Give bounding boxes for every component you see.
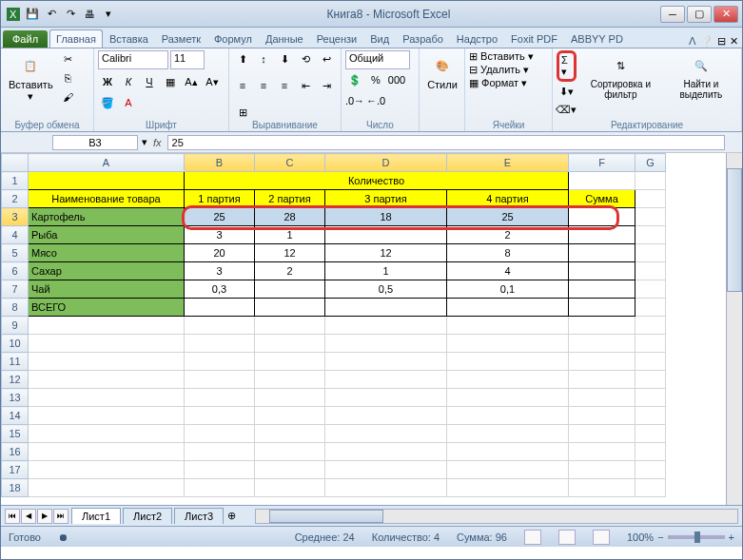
row-header-5[interactable]: 5 (2, 244, 29, 262)
col-header-G[interactable]: G (635, 154, 666, 172)
cell-C4[interactable]: 1 (255, 226, 325, 244)
cell-G8[interactable] (635, 299, 666, 317)
name-box[interactable]: B3 (52, 135, 138, 150)
cell-C16[interactable] (255, 443, 325, 461)
worksheet-grid[interactable]: ABCDEFG1Количество2Наименование товара1 … (1, 153, 742, 505)
cell-merged-header[interactable]: Количество (185, 172, 569, 190)
row-header-9[interactable]: 9 (2, 317, 29, 335)
zoom-in-icon[interactable]: + (729, 531, 734, 543)
cell-B14[interactable] (185, 407, 255, 425)
cell-E2[interactable]: 4 партия (447, 190, 569, 208)
cut-icon[interactable]: ✂ (59, 50, 78, 68)
tab-view[interactable]: Вид (363, 29, 396, 48)
row-header-1[interactable]: 1 (2, 172, 29, 190)
align-top-icon[interactable]: ⬆ (233, 50, 252, 68)
fill-button[interactable]: ⬇▾ (557, 83, 576, 100)
sheet-tab-1[interactable]: Лист1 (71, 508, 121, 524)
cell-G4[interactable] (635, 226, 666, 244)
cell-A6[interactable]: Сахар (29, 262, 185, 280)
find-select-button[interactable]: 🔍 Найти и выделить (665, 50, 737, 102)
cell-F18[interactable] (569, 479, 635, 497)
bold-button[interactable]: Ж (98, 73, 117, 90)
cell-C18[interactable] (255, 479, 325, 497)
cell-D9[interactable] (325, 317, 447, 335)
cell-D10[interactable] (325, 335, 447, 353)
cell-F4[interactable] (569, 226, 635, 244)
tab-data[interactable]: Данные (259, 29, 310, 48)
comma-icon[interactable]: 000 (387, 71, 406, 88)
cell-G6[interactable] (635, 262, 666, 280)
tab-developer[interactable]: Разрабо (396, 29, 450, 48)
view-normal-icon[interactable] (524, 530, 541, 545)
cell-F9[interactable] (569, 317, 635, 335)
tab-review[interactable]: Рецензи (310, 29, 364, 48)
cell-A11[interactable] (29, 353, 185, 371)
align-bottom-icon[interactable]: ⬇ (275, 50, 294, 68)
font-name-select[interactable]: Calibri (98, 50, 168, 69)
minimize-button[interactable]: ─ (660, 6, 685, 23)
row-header-2[interactable]: 2 (2, 190, 29, 208)
cell-B9[interactable] (185, 317, 255, 335)
zoom-control[interactable]: 100% − + (627, 531, 734, 543)
delete-cells-button[interactable]: ⊟ Удалить ▾ (469, 64, 529, 76)
shrink-font-icon[interactable]: A▾ (203, 73, 222, 90)
cell-E12[interactable] (447, 371, 569, 389)
cell-F15[interactable] (569, 425, 635, 443)
redo-icon[interactable]: ↷ (62, 6, 79, 23)
cell-F2[interactable]: Сумма (569, 190, 635, 208)
cell-A18[interactable] (29, 479, 185, 497)
format-painter-icon[interactable]: 🖌 (59, 88, 78, 106)
print-icon[interactable]: 🖶 (81, 6, 98, 23)
percent-icon[interactable]: % (366, 71, 385, 88)
orientation-icon[interactable]: ⟲ (296, 50, 315, 68)
tab-addins[interactable]: Надстро (450, 29, 504, 48)
cell-C15[interactable] (255, 425, 325, 443)
cell-E13[interactable] (447, 389, 569, 407)
cell-A16[interactable] (29, 443, 185, 461)
cell-A12[interactable] (29, 371, 185, 389)
cell-E7[interactable]: 0,1 (447, 280, 569, 299)
cell-E14[interactable] (447, 407, 569, 425)
cell-D4[interactable] (325, 226, 447, 244)
col-header-B[interactable]: B (185, 154, 255, 172)
cell-F13[interactable] (569, 389, 635, 407)
cell-D18[interactable] (325, 479, 447, 497)
tab-layout[interactable]: Разметк (155, 29, 207, 48)
cell-C10[interactable] (255, 335, 325, 353)
tab-abbyy[interactable]: ABBYY PD (564, 29, 630, 48)
cell-F1[interactable] (569, 172, 635, 190)
insert-cells-button[interactable]: ⊞ Вставить ▾ (469, 50, 534, 63)
cell-G12[interactable] (635, 371, 666, 389)
cell-B2[interactable]: 1 партия (185, 190, 255, 208)
sheet-tab-3[interactable]: Лист3 (174, 508, 224, 524)
cell-B8[interactable] (185, 299, 255, 317)
cell-F17[interactable] (569, 461, 635, 479)
cell-F12[interactable] (569, 371, 635, 389)
cell-G1[interactable] (635, 172, 666, 190)
autosum-button[interactable]: Σ ▾ (557, 50, 577, 82)
macro-record-icon[interactable]: ⏺ (58, 531, 68, 543)
cell-B16[interactable] (185, 443, 255, 461)
select-all-corner[interactable] (2, 154, 29, 172)
cell-A17[interactable] (29, 461, 185, 479)
row-header-17[interactable]: 17 (2, 461, 29, 479)
window-close-icon[interactable]: ✕ (730, 35, 738, 48)
row-header-7[interactable]: 7 (2, 280, 29, 299)
font-size-select[interactable]: 11 (170, 50, 205, 69)
cell-G13[interactable] (635, 389, 666, 407)
fill-color-button[interactable]: 🪣 (98, 94, 117, 111)
cell-D14[interactable] (325, 407, 447, 425)
vertical-scrollbar[interactable] (726, 153, 742, 505)
minimize-ribbon-icon[interactable]: ᐱ (689, 35, 696, 48)
maximize-button[interactable]: ▢ (687, 6, 712, 23)
cell-D6[interactable]: 1 (325, 262, 447, 280)
decrease-decimal-icon[interactable]: ←.0 (366, 92, 385, 109)
cell-B5[interactable]: 20 (185, 244, 255, 262)
cell-B12[interactable] (185, 371, 255, 389)
cell-E15[interactable] (447, 425, 569, 443)
align-left-icon[interactable]: ≡ (233, 77, 252, 94)
cell-C3[interactable]: 28 (255, 208, 325, 226)
cell-A8[interactable]: ВСЕГО (29, 299, 185, 317)
cell-F10[interactable] (569, 335, 635, 353)
row-header-16[interactable]: 16 (2, 443, 29, 461)
